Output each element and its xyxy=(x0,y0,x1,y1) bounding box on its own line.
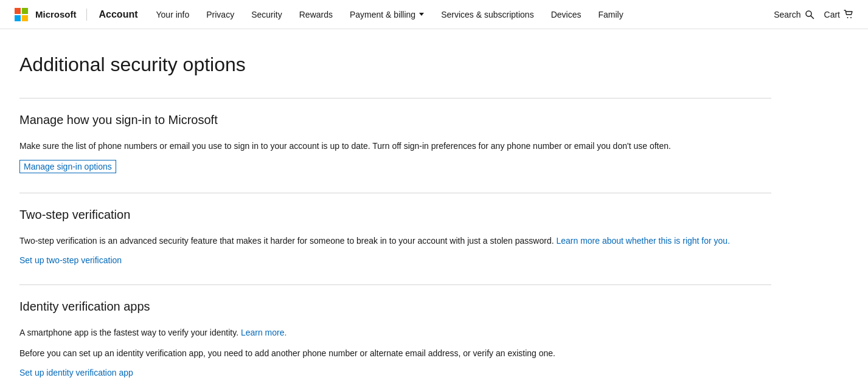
set-up-two-step-link[interactable]: Set up two-step verification xyxy=(19,255,122,265)
svg-point-2 xyxy=(847,17,849,18)
two-step-learn-more-link[interactable]: Learn more about whether this is right f… xyxy=(556,236,730,246)
cart-label: Cart xyxy=(824,10,840,19)
nav-right: Search Cart xyxy=(774,10,853,19)
payment-billing-chevron-icon xyxy=(419,13,424,16)
nav-link-your-info[interactable]: Your info xyxy=(148,0,198,29)
nav-link-devices[interactable]: Devices xyxy=(543,0,590,29)
page-title: Additional security options xyxy=(19,53,771,76)
main-nav: Microsoft Account Your info Privacy Secu… xyxy=(0,0,868,29)
account-label: Account xyxy=(99,9,138,20)
section-manage-sign-in: Manage how you sign-in to Microsoft Make… xyxy=(19,98,771,173)
main-content: Additional security options Manage how y… xyxy=(0,29,791,386)
nav-link-rewards[interactable]: Rewards xyxy=(291,0,341,29)
nav-item-your-info[interactable]: Your info xyxy=(148,0,198,29)
nav-link-security[interactable]: Security xyxy=(243,0,291,29)
search-button[interactable]: Search xyxy=(774,10,814,19)
nav-item-payment-billing[interactable]: Payment & billing xyxy=(341,0,432,29)
nav-item-devices[interactable]: Devices xyxy=(543,0,590,29)
microsoft-brand-label: Microsoft xyxy=(35,9,77,19)
nav-item-family[interactable]: Family xyxy=(589,0,631,29)
nav-link-privacy[interactable]: Privacy xyxy=(198,0,243,29)
manage-sign-in-options-link[interactable]: Manage sign-in options xyxy=(19,160,116,173)
search-icon xyxy=(805,10,814,19)
section-two-step: Two-step verification Two-step verificat… xyxy=(19,193,771,264)
section-body-manage-sign-in: Make sure the list of phone numbers or e… xyxy=(19,139,771,153)
section-body-identity-apps-2: Before you can set up an identity verifi… xyxy=(19,346,771,360)
section-heading-identity-apps: Identity verification apps xyxy=(19,300,771,314)
nav-item-security[interactable]: Security xyxy=(243,0,291,29)
identity-apps-learn-more-link[interactable]: Learn more. xyxy=(241,328,286,337)
cart-link[interactable]: Cart xyxy=(824,10,853,19)
section-heading-two-step: Two-step verification xyxy=(19,208,771,222)
section-heading-manage-sign-in: Manage how you sign-in to Microsoft xyxy=(19,113,771,127)
identity-apps-body1-text: A smartphone app is the fastest way to v… xyxy=(19,328,238,337)
search-label: Search xyxy=(774,10,800,19)
section-body-identity-apps-1: A smartphone app is the fastest way to v… xyxy=(19,326,771,339)
nav-item-services-subscriptions[interactable]: Services & subscriptions xyxy=(432,0,543,29)
nav-link-services-subscriptions[interactable]: Services & subscriptions xyxy=(432,0,543,29)
cart-icon xyxy=(844,10,853,19)
set-up-identity-app-link[interactable]: Set up identity verification app xyxy=(19,368,133,377)
microsoft-logo-link[interactable]: Microsoft xyxy=(15,8,77,21)
svg-point-3 xyxy=(850,17,852,18)
nav-link-payment-billing[interactable]: Payment & billing xyxy=(341,0,432,29)
microsoft-logo-icon xyxy=(15,8,28,21)
section-body-two-step: Two-step verification is an advanced sec… xyxy=(19,234,771,247)
nav-item-privacy[interactable]: Privacy xyxy=(198,0,243,29)
nav-link-family[interactable]: Family xyxy=(589,0,631,29)
two-step-body-text: Two-step verification is an advanced sec… xyxy=(19,236,554,246)
nav-item-rewards[interactable]: Rewards xyxy=(291,0,341,29)
nav-divider xyxy=(86,9,87,21)
section-identity-apps: Identity verification apps A smartphone … xyxy=(19,284,771,377)
nav-links: Your info Privacy Security Rewards Payme… xyxy=(148,0,774,29)
svg-line-1 xyxy=(811,16,814,19)
